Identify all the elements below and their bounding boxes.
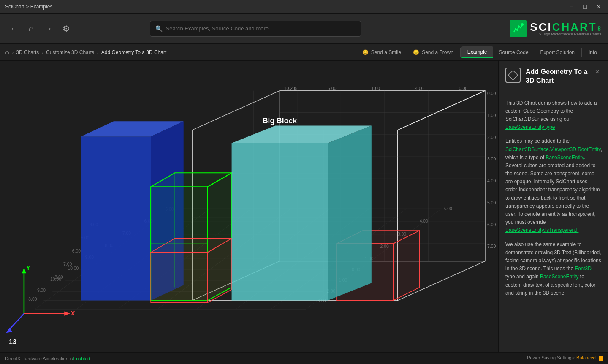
svg-text:5.00: 5.00	[487, 201, 496, 205]
panel-para-3: We also use the same example to demonstr…	[505, 241, 601, 297]
panel-close-button[interactable]: ×	[593, 68, 601, 76]
breadcrumb: ⌂ › 3D Charts › Customize 3D Charts › Ad…	[0, 44, 608, 61]
minimize-button[interactable]: −	[567, 3, 575, 11]
svg-text:4.00: 4.00	[487, 179, 496, 183]
svg-text:8.00: 8.00	[54, 275, 63, 280]
back-button[interactable]: ←	[7, 20, 22, 37]
breadcrumb-sep-1: ›	[41, 49, 43, 56]
logo-text-area: SCICHART® > High Performance Realtime Ch…	[530, 21, 601, 36]
main-content: 5.00 4.00 3.00 2.00 1.00 0.00 1.00 2.00 …	[0, 61, 608, 352]
forward-button[interactable]: →	[41, 20, 56, 37]
viewport3d-root-entity-link[interactable]: SciChart3DSurface.Viewport3D.RootEntity	[505, 147, 601, 152]
is-transparent-link[interactable]: BaseSceneEntity.IsTransparentfl	[505, 227, 578, 233]
3d-scene-svg: 5.00 4.00 3.00 2.00 1.00 0.00 1.00 2.00 …	[0, 61, 498, 352]
example-tab[interactable]: Example	[461, 46, 493, 58]
example-label: Example	[467, 49, 487, 55]
svg-marker-69	[81, 136, 151, 300]
logo-icon	[510, 20, 527, 37]
maximize-button[interactable]: □	[581, 3, 589, 11]
base-scene-entity-link[interactable]: BaseSceneEntity	[546, 155, 584, 160]
status-enabled: Enabled	[73, 356, 90, 361]
panel-icon	[505, 68, 521, 83]
title-bar: SciChart > Examples − □ ×	[0, 0, 608, 14]
svg-text:1.00: 1.00	[487, 113, 496, 118]
svg-text:13: 13	[9, 338, 16, 346]
panel-para-2: Entities may be added to the SciChart3DS…	[505, 137, 601, 234]
logo: SCICHART® > High Performance Realtime Ch…	[510, 20, 601, 37]
source-code-label: Source Code	[499, 49, 529, 55]
search-input[interactable]	[166, 25, 356, 32]
svg-text:1.00: 1.00	[372, 86, 380, 91]
svg-text:8.00: 8.00	[28, 297, 37, 302]
power-saving-value: Balanced	[576, 355, 596, 360]
window-title: SciChart > Examples	[5, 4, 567, 10]
svg-text:Big Block: Big Block	[263, 117, 297, 125]
search-bar: 🔍	[150, 21, 361, 37]
toolbar: ← ⌂ → ⚙ 🔍 SCICHART® > High Performance R…	[0, 14, 608, 44]
svg-text:2.00: 2.00	[487, 135, 496, 140]
export-solution-tab[interactable]: Export Solution	[535, 47, 581, 58]
info-tab[interactable]: Info	[583, 47, 603, 58]
logo-subtitle: > High Performance Realtime Charts	[530, 32, 601, 36]
logo-tm: ®	[597, 25, 601, 32]
export-solution-label: Export Solution	[540, 49, 575, 55]
panel-title: Add Geometry To a 3D Chart	[526, 68, 588, 85]
logo-area: SCICHART® > High Performance Realtime Ch…	[510, 20, 601, 37]
status-right: Power Saving Settings: Balanced	[527, 355, 603, 361]
svg-text:5.00: 5.00	[444, 206, 452, 211]
svg-text:0.00: 0.00	[459, 86, 467, 91]
home-button[interactable]: ⌂	[25, 20, 37, 37]
status-bar: DirectX Hardware Acceleration is Enabled…	[0, 352, 608, 364]
base-scene-entity-type-link[interactable]: BaseSceneEntity type	[505, 124, 555, 130]
svg-text:4.00: 4.00	[420, 219, 428, 223]
power-saving-indicator	[599, 356, 603, 361]
power-saving-label: Power Saving Settings:	[527, 355, 576, 360]
send-smile-label: Send a Smile	[371, 49, 401, 55]
side-panel-header: Add Geometry To a 3D Chart ×	[499, 61, 608, 92]
close-button[interactable]: ×	[594, 3, 603, 11]
breadcrumb-home[interactable]: ⌂	[5, 49, 9, 56]
font3d-link[interactable]: Font3D	[575, 266, 592, 272]
separator-2	[581, 48, 582, 57]
svg-text:6.00: 6.00	[72, 249, 81, 253]
status-label: DirectX Hardware Acceleration is	[5, 356, 73, 361]
svg-text:3.00: 3.00	[487, 157, 496, 161]
breadcrumb-actions: 😊 Send a Smile 😞 Send a Frown Example So…	[356, 46, 603, 58]
svg-text:5.00: 5.00	[328, 86, 336, 91]
svg-marker-85	[328, 126, 372, 301]
svg-marker-77	[151, 253, 208, 303]
panel-para-1: This 3D Chart demo shows how to add a cu…	[505, 99, 601, 132]
svg-point-0	[521, 23, 524, 26]
breadcrumb-3d-charts[interactable]: 3D Charts	[16, 49, 39, 55]
breadcrumb-sep-0: ›	[12, 49, 14, 56]
svg-text:0.00: 0.00	[487, 91, 496, 96]
side-panel: Add Geometry To a 3D Chart × This 3D Cha…	[498, 61, 608, 352]
separator-1	[460, 48, 461, 57]
svg-text:10.285: 10.285	[284, 86, 298, 91]
source-code-tab[interactable]: Source Code	[493, 47, 535, 58]
chart-area[interactable]: 5.00 4.00 3.00 2.00 1.00 0.00 1.00 2.00 …	[0, 61, 498, 352]
smile-icon: 😊	[362, 49, 369, 55]
settings-button[interactable]: ⚙	[59, 20, 73, 37]
send-frown-button[interactable]: 😞 Send a Frown	[407, 47, 459, 58]
base-scene-entity2-link[interactable]: BaseSceneEntity	[540, 274, 578, 280]
frown-icon: 😞	[413, 49, 419, 55]
svg-text:6.00: 6.00	[487, 223, 496, 227]
breadcrumb-sep-2: ›	[97, 49, 99, 56]
send-smile-button[interactable]: 😊 Send a Smile	[356, 47, 407, 58]
svg-text:4.00: 4.00	[415, 86, 423, 91]
info-label: Info	[589, 49, 597, 55]
search-icon: 🔍	[155, 25, 163, 32]
svg-text:7.00: 7.00	[63, 262, 72, 266]
svg-text:9.00: 9.00	[37, 288, 46, 293]
window-controls: − □ ×	[567, 3, 603, 11]
svg-text:7.00: 7.00	[487, 244, 496, 249]
breadcrumb-current: Add Geometry To a 3D Chart	[101, 49, 167, 55]
svg-text:10.00: 10.00	[68, 266, 79, 271]
panel-body: This 3D Chart demo shows how to add a cu…	[499, 92, 608, 310]
svg-rect-109	[508, 71, 518, 80]
send-frown-label: Send a Frown	[422, 49, 453, 55]
svg-text:Y: Y	[26, 264, 30, 271]
breadcrumb-customize[interactable]: Customize 3D Charts	[46, 49, 94, 55]
svg-marker-83	[232, 143, 328, 301]
